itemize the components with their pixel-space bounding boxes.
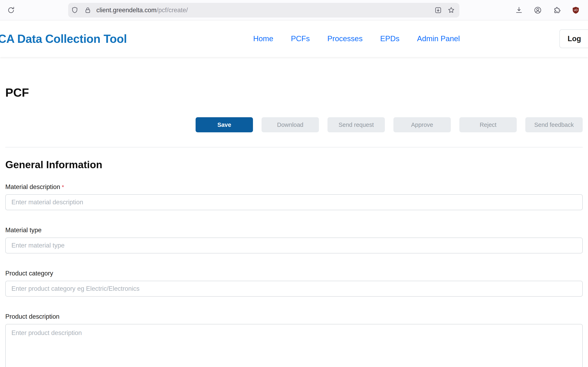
url-domain: client.greendelta.com (96, 7, 156, 14)
extensions-button[interactable] (551, 4, 564, 17)
download-icon (515, 6, 523, 15)
app-title: CA Data Collection Tool (0, 32, 127, 45)
material-description-input[interactable] (5, 194, 583, 210)
nav-admin-panel[interactable]: Admin Panel (417, 34, 460, 43)
reload-icon (7, 6, 15, 15)
section-title: General Information (5, 159, 583, 171)
url-bar[interactable]: client.greendelta.com/pcf/create/ (68, 3, 459, 17)
send-feedback-button[interactable]: Send feedback (525, 117, 583, 132)
material-type-input[interactable] (5, 238, 583, 253)
lock-icon (84, 6, 92, 14)
field-product-description: Product description (5, 313, 583, 367)
product-description-textarea[interactable] (5, 324, 583, 367)
product-category-label: Product category (5, 270, 583, 277)
bookmark-button[interactable] (445, 4, 458, 17)
approve-button[interactable]: Approve (393, 117, 451, 132)
nav-pcfs[interactable]: PCFs (291, 34, 310, 43)
material-description-label: Material description* (5, 183, 583, 191)
reject-button[interactable]: Reject (459, 117, 517, 132)
shield-icon (71, 6, 79, 14)
material-description-label-text: Material description (5, 183, 60, 191)
action-buttons: Save Download Send request Approve Rejec… (5, 117, 583, 132)
star-icon (447, 6, 455, 14)
browser-toolbar: client.greendelta.com/pcf/create/ (0, 0, 588, 20)
logout-button[interactable]: Log (559, 29, 588, 48)
field-material-description: Material description* (5, 183, 583, 210)
nav-home[interactable]: Home (253, 34, 273, 43)
save-page-button[interactable] (432, 4, 445, 17)
nav-processes[interactable]: Processes (327, 34, 363, 43)
send-request-button[interactable]: Send request (328, 117, 385, 132)
required-marker: * (62, 184, 64, 190)
product-category-input[interactable] (5, 281, 583, 297)
main-content: PCF Save Download Send request Approve R… (0, 86, 588, 367)
url-path: /pcf/create/ (156, 7, 188, 14)
main-nav: Home PCFs Processes EPDs Admin Panel (253, 34, 460, 43)
ublock-extension-button[interactable]: uO (569, 4, 582, 17)
save-button[interactable]: Save (196, 117, 253, 132)
download-button[interactable]: Download (261, 117, 319, 132)
site-security-button[interactable] (81, 4, 94, 17)
save-page-icon (434, 6, 442, 14)
page-title: PCF (5, 86, 583, 99)
account-icon (534, 6, 542, 15)
account-button[interactable] (531, 4, 544, 17)
puzzle-icon (553, 6, 562, 15)
svg-text:uO: uO (574, 8, 578, 12)
material-type-label: Material type (5, 226, 583, 234)
nav-epds[interactable]: EPDs (380, 34, 399, 43)
ublock-shield-icon: uO (571, 6, 580, 15)
field-product-category: Product category (5, 270, 583, 297)
site-header: CA Data Collection Tool Home PCFs Proces… (0, 20, 588, 57)
url-text[interactable]: client.greendelta.com/pcf/create/ (96, 7, 432, 14)
field-material-type: Material type (5, 226, 583, 253)
downloads-button[interactable] (512, 4, 526, 17)
product-description-label: Product description (5, 313, 583, 320)
section-divider (5, 147, 583, 147)
tracking-protection-button[interactable] (68, 4, 81, 17)
reload-button[interactable] (4, 4, 17, 17)
